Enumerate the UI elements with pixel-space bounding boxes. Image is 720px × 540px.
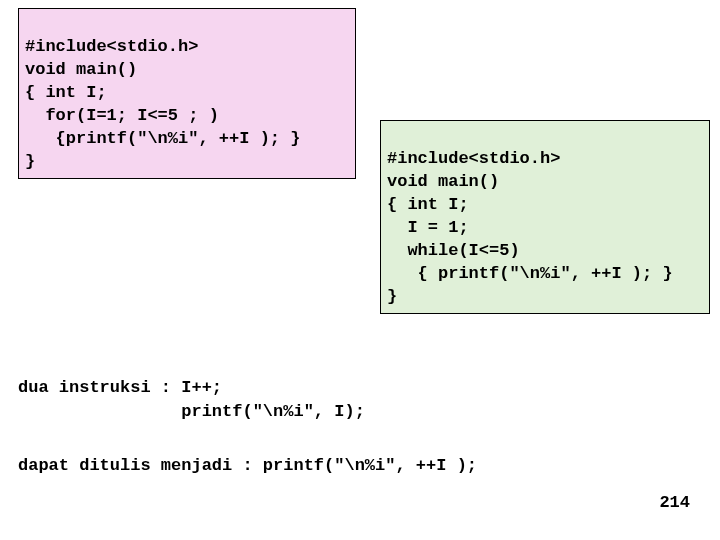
explain-line: dapat ditulis menjadi : printf("\n%i", +… — [18, 456, 477, 475]
code-line: void main() — [25, 60, 137, 79]
code-box-for-loop: #include<stdio.h> void main() { int I; f… — [18, 8, 356, 179]
code-line: #include<stdio.h> — [25, 37, 198, 56]
code-line: { int I; — [25, 83, 107, 102]
code-box-while-loop: #include<stdio.h> void main() { int I; I… — [380, 120, 710, 314]
code-line: #include<stdio.h> — [387, 149, 560, 168]
code-line: { printf("\n%i", ++I ); } — [387, 264, 673, 283]
explanation-block-1: dua instruksi : I++; printf("\n%i", I); — [18, 352, 365, 423]
code-line: I = 1; — [387, 218, 469, 237]
code-line: void main() — [387, 172, 499, 191]
page-number: 214 — [659, 493, 690, 512]
code-line: while(I<=5) — [387, 241, 520, 260]
explain-line: dua instruksi : I++; — [18, 378, 222, 397]
code-line: } — [25, 152, 35, 171]
code-line: for(I=1; I<=5 ; ) — [25, 106, 219, 125]
code-line: } — [387, 287, 397, 306]
explain-line: printf("\n%i", I); — [18, 402, 365, 421]
code-line: { int I; — [387, 195, 469, 214]
explanation-block-2: dapat ditulis menjadi : printf("\n%i", +… — [18, 430, 477, 478]
code-line: {printf("\n%i", ++I ); } — [25, 129, 300, 148]
